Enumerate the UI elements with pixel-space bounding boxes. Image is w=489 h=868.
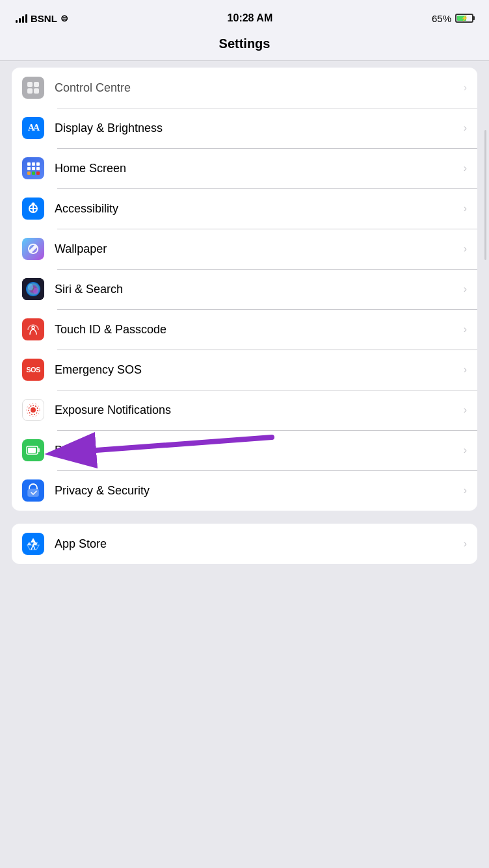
display-brightness-label: Display & Brightness — [55, 121, 464, 135]
svg-rect-2 — [27, 88, 33, 94]
svg-rect-30 — [28, 489, 38, 496]
accessibility-label: Accessibility — [55, 202, 464, 216]
status-bar: BSNL ⊜ 10:28 AM 65% ⚡ — [0, 0, 489, 32]
svg-point-21 — [32, 326, 34, 329]
carrier-label: BSNL — [31, 13, 57, 24]
app-store-icon — [22, 533, 44, 555]
settings-section-appstore: App Store › — [12, 524, 477, 564]
emergency-sos-icon: SOS — [22, 359, 44, 381]
exposure-notifications-chevron: › — [464, 404, 467, 416]
settings-row-control-centre[interactable]: Control Centre › — [12, 68, 477, 108]
svg-rect-27 — [28, 448, 36, 453]
app-store-label: App Store — [55, 537, 464, 551]
svg-rect-10 — [27, 172, 31, 175]
control-centre-icon — [22, 77, 44, 99]
settings-row-home-screen[interactable]: Home Screen › — [12, 148, 477, 188]
accessibility-chevron: › — [464, 203, 467, 214]
svg-rect-1 — [34, 82, 39, 87]
emergency-sos-chevron: › — [464, 364, 467, 376]
wallpaper-chevron: › — [464, 243, 467, 255]
battery-icon: ⚡ — [455, 14, 473, 23]
home-screen-label: Home Screen — [55, 162, 464, 175]
svg-rect-8 — [32, 167, 35, 170]
svg-rect-9 — [36, 167, 40, 170]
scroll-indicator — [484, 130, 486, 260]
touch-id-icon — [22, 318, 44, 340]
exposure-notifications-label: Exposure Notifications — [55, 403, 464, 417]
battery-chevron: › — [464, 444, 467, 456]
exposure-notifications-icon — [22, 399, 44, 421]
settings-row-wallpaper[interactable]: Wallpaper › — [12, 229, 477, 269]
svg-rect-11 — [32, 172, 35, 175]
siri-icon — [22, 278, 44, 300]
settings-row-accessibility[interactable]: Accessibility › — [12, 188, 477, 229]
svg-point-20 — [33, 288, 38, 294]
wifi-icon: ⊜ — [60, 13, 68, 23]
settings-row-emergency-sos[interactable]: SOS Emergency SOS › — [12, 350, 477, 390]
svg-point-18 — [26, 282, 40, 296]
svg-rect-4 — [27, 162, 31, 166]
settings-section-main: Control Centre › AA Display & Brightness… — [12, 68, 477, 511]
svg-rect-0 — [27, 82, 33, 87]
control-centre-chevron: › — [464, 82, 467, 94]
control-centre-label: Control Centre — [55, 81, 464, 95]
svg-point-22 — [31, 407, 36, 413]
battery-label: Battery — [55, 444, 464, 457]
svg-rect-6 — [36, 162, 40, 166]
charging-bolt-icon: ⚡ — [461, 15, 468, 21]
privacy-security-icon — [22, 479, 44, 502]
app-store-chevron: › — [464, 538, 467, 550]
svg-rect-3 — [34, 88, 39, 94]
settings-row-siri[interactable]: Siri & Search › — [12, 269, 477, 309]
display-brightness-chevron: › — [464, 122, 467, 134]
svg-point-19 — [28, 284, 33, 290]
battery-icon — [22, 439, 44, 461]
privacy-security-chevron: › — [464, 485, 467, 496]
status-left: BSNL ⊜ — [16, 13, 68, 24]
page-title-bar: Settings — [0, 32, 489, 61]
svg-rect-26 — [38, 448, 40, 452]
battery-percent: 65% — [432, 13, 451, 24]
signal-bars-icon — [16, 14, 27, 23]
emergency-sos-label: Emergency SOS — [55, 363, 464, 377]
page-title: Settings — [0, 36, 489, 51]
svg-rect-12 — [36, 172, 40, 175]
settings-row-app-store[interactable]: App Store › — [12, 524, 477, 564]
touch-id-label: Touch ID & Passcode — [55, 323, 464, 337]
siri-label: Siri & Search — [55, 283, 464, 296]
siri-chevron: › — [464, 283, 467, 295]
wallpaper-icon — [22, 238, 44, 260]
svg-rect-5 — [32, 162, 35, 166]
status-right: 65% ⚡ — [432, 13, 473, 24]
home-screen-icon — [22, 157, 44, 179]
touch-id-chevron: › — [464, 324, 467, 335]
home-screen-chevron: › — [464, 162, 467, 174]
settings-row-display-brightness[interactable]: AA Display & Brightness › — [12, 108, 477, 148]
wallpaper-label: Wallpaper — [55, 242, 464, 256]
display-brightness-icon: AA — [22, 117, 44, 139]
status-time: 10:28 AM — [228, 12, 273, 24]
settings-row-touch-id[interactable]: Touch ID & Passcode › — [12, 309, 477, 350]
settings-row-exposure-notifications[interactable]: Exposure Notifications › — [12, 390, 477, 430]
privacy-security-label: Privacy & Security — [55, 484, 464, 498]
settings-row-privacy-security[interactable]: Privacy & Security › — [12, 470, 477, 511]
svg-rect-7 — [27, 167, 31, 170]
settings-row-battery[interactable]: Battery › — [12, 430, 477, 470]
accessibility-icon — [22, 198, 44, 220]
